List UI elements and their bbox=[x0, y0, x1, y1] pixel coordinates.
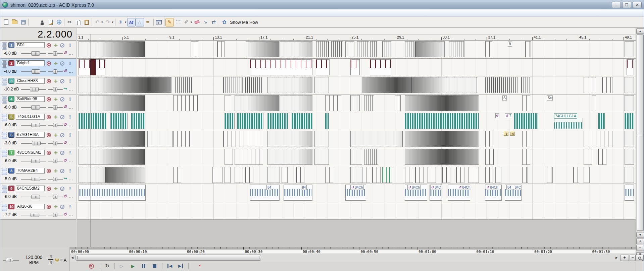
pan-slider-thumb[interactable] bbox=[53, 87, 57, 91]
audio-event[interactable] bbox=[173, 131, 193, 147]
track-volume-slider[interactable] bbox=[21, 69, 46, 74]
zoom-in-track-height-button[interactable]: + bbox=[636, 238, 644, 244]
track-more-button[interactable]: ... bbox=[69, 194, 73, 199]
audio-event[interactable] bbox=[350, 59, 360, 75]
mute-button[interactable] bbox=[60, 79, 65, 84]
audio-event[interactable] bbox=[364, 149, 378, 165]
track-name-field[interactable]: A020-36 bbox=[16, 204, 45, 209]
volume-slider-thumb[interactable] bbox=[30, 87, 39, 91]
audio-event[interactable] bbox=[485, 131, 493, 147]
audio-event[interactable] bbox=[225, 167, 231, 183]
track-name-field[interactable]: Bright1 bbox=[16, 60, 45, 66]
solo-button[interactable]: ! bbox=[67, 133, 72, 138]
audio-event[interactable] bbox=[522, 95, 530, 111]
track-volume-slider[interactable] bbox=[21, 105, 46, 110]
track-more-button[interactable]: ... bbox=[69, 158, 73, 163]
track-pan-slider[interactable] bbox=[48, 195, 63, 199]
solo-button[interactable]: ! bbox=[67, 115, 72, 120]
volume-slider-thumb[interactable] bbox=[31, 195, 40, 199]
selection-tool-icon[interactable] bbox=[174, 18, 182, 26]
track-more-button[interactable]: ... bbox=[69, 212, 73, 217]
audio-event[interactable] bbox=[173, 167, 181, 183]
mute-button[interactable] bbox=[60, 133, 65, 138]
audio-event[interactable] bbox=[223, 131, 263, 147]
track-name-field[interactable]: SoftRide98 bbox=[16, 96, 45, 102]
new-project-icon[interactable] bbox=[2, 18, 10, 26]
audio-event[interactable] bbox=[212, 167, 222, 183]
audio-event[interactable] bbox=[267, 131, 312, 147]
audio-event[interactable] bbox=[625, 167, 634, 183]
volume-slider-thumb[interactable] bbox=[31, 123, 40, 127]
enable-snapping-dropdown-arrow[interactable]: ▾ bbox=[125, 20, 127, 24]
playhead-cursor[interactable] bbox=[91, 35, 91, 247]
track-fx-button[interactable]: ✚ bbox=[53, 133, 58, 138]
audio-event[interactable] bbox=[79, 131, 145, 147]
position-display[interactable]: 2.2.000 bbox=[38, 29, 72, 40]
show-me-how-button[interactable]: Show Me How bbox=[230, 20, 258, 25]
audio-event[interactable] bbox=[449, 41, 464, 57]
volume-slider-thumb[interactable] bbox=[31, 159, 40, 163]
volume-slider-thumb[interactable] bbox=[31, 105, 40, 110]
record-button[interactable] bbox=[87, 262, 96, 270]
audio-event[interactable] bbox=[250, 185, 280, 201]
track-pan-slider[interactable] bbox=[48, 87, 63, 92]
mute-button[interactable] bbox=[60, 115, 65, 120]
audio-event[interactable] bbox=[411, 77, 477, 93]
track-name-field[interactable]: 74GU1LG1A bbox=[16, 114, 45, 120]
track-number-badge[interactable]: 7 bbox=[8, 150, 14, 155]
track-minimize-button[interactable] bbox=[2, 204, 7, 207]
track-header[interactable]: 667AG1HI3A✚!-3.0 dB↺... bbox=[0, 130, 76, 148]
audio-event[interactable] bbox=[382, 167, 392, 183]
timeline-empty-area[interactable] bbox=[77, 220, 636, 247]
solo-button[interactable]: ! bbox=[67, 61, 72, 66]
minimize-button[interactable]: – bbox=[612, 2, 621, 8]
audio-event[interactable] bbox=[584, 131, 612, 147]
play-button[interactable]: ▶ bbox=[129, 262, 137, 270]
track-fx-button[interactable]: ✚ bbox=[53, 204, 58, 209]
track-maximize-button[interactable] bbox=[2, 136, 7, 139]
track-maximize-button[interactable] bbox=[2, 208, 7, 211]
event-label[interactable]: 84 bbox=[301, 185, 307, 190]
event-label[interactable]: ↺7 bbox=[505, 113, 512, 118]
solo-button[interactable]: ! bbox=[67, 79, 72, 84]
track-more-button[interactable]: ... bbox=[69, 123, 73, 127]
track-volume-slider[interactable] bbox=[21, 195, 46, 199]
pan-slider-thumb[interactable] bbox=[53, 123, 57, 127]
vertical-scroll-thumb[interactable] bbox=[637, 35, 644, 231]
solo-button[interactable]: ! bbox=[67, 43, 72, 48]
track-maximize-button[interactable] bbox=[2, 118, 7, 121]
audio-event[interactable] bbox=[456, 167, 464, 183]
mute-button[interactable] bbox=[60, 97, 65, 102]
audio-event[interactable] bbox=[370, 59, 391, 75]
arm-for-record-button[interactable] bbox=[47, 133, 52, 138]
track-number-badge[interactable]: 5 bbox=[8, 114, 14, 120]
audio-event[interactable] bbox=[584, 167, 590, 183]
go-to-start-button[interactable]: ◀ bbox=[165, 262, 174, 270]
track-name-field[interactable]: 70MAR2B4 bbox=[16, 168, 45, 174]
track-volume-slider[interactable] bbox=[21, 51, 46, 56]
track-fx-button[interactable]: ✚ bbox=[53, 168, 58, 174]
event-label[interactable]: ↺84C bbox=[430, 185, 442, 190]
track-pan-slider[interactable] bbox=[48, 213, 63, 217]
audio-event[interactable] bbox=[395, 95, 401, 111]
audio-event[interactable] bbox=[573, 167, 579, 183]
mute-button[interactable] bbox=[60, 61, 65, 66]
track-pan-slider[interactable] bbox=[48, 177, 63, 182]
audio-event[interactable] bbox=[592, 95, 596, 111]
tempo-slider-thumb[interactable] bbox=[6, 258, 13, 262]
bpm-display[interactable]: 120.000 BPM bbox=[21, 255, 47, 265]
track-number-badge[interactable]: 6 bbox=[8, 132, 14, 138]
audio-event[interactable] bbox=[350, 95, 360, 111]
audio-event[interactable] bbox=[110, 113, 128, 129]
track-fx-button[interactable]: ✚ bbox=[53, 43, 58, 48]
audio-event[interactable] bbox=[292, 113, 312, 129]
track-header[interactable]: 3CloseHH83✚!-10.2 dB↪... bbox=[0, 76, 76, 94]
track-lane[interactable] bbox=[77, 166, 636, 184]
audio-event[interactable] bbox=[485, 167, 493, 183]
audio-event[interactable] bbox=[357, 41, 369, 57]
track-lane[interactable]: B bbox=[77, 41, 636, 59]
track-lane[interactable] bbox=[77, 59, 636, 77]
event-label[interactable]: 74GU1LG1A bbox=[554, 113, 577, 119]
track-more-button[interactable]: ... bbox=[69, 177, 73, 181]
audio-event[interactable] bbox=[350, 167, 362, 183]
